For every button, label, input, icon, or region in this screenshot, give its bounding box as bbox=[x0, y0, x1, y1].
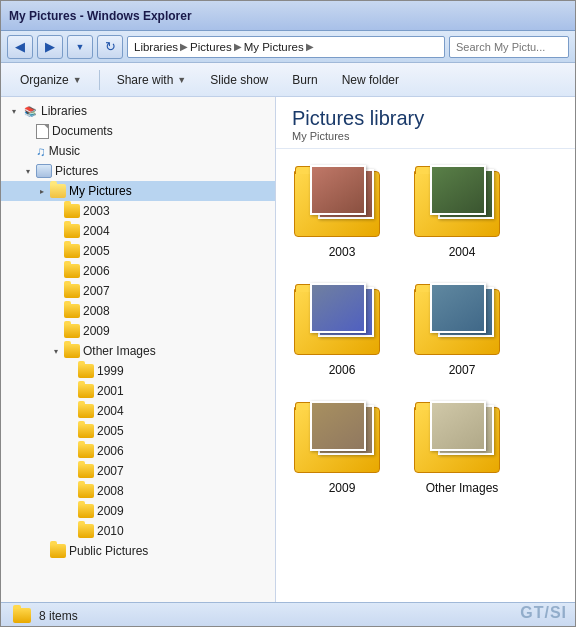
folder-thumbnail bbox=[294, 397, 390, 477]
folder-item-f2007[interactable]: 2007 bbox=[412, 279, 512, 377]
nav-item-label: 2006 bbox=[97, 444, 124, 458]
path-sep-3: ▶ bbox=[306, 41, 314, 52]
nav-item-pictures[interactable]: ▾Pictures bbox=[1, 161, 275, 181]
nav-item-label: 2006 bbox=[83, 264, 110, 278]
nav-pane[interactable]: ▾📚LibrariesDocuments♫Music▾Pictures▸My P… bbox=[1, 97, 276, 602]
nav-expand-icon: ▸ bbox=[37, 187, 47, 196]
share-with-button[interactable]: Share with ▼ bbox=[106, 67, 198, 93]
nav-item-label: Documents bbox=[52, 124, 113, 138]
path-libraries: Libraries bbox=[134, 41, 178, 53]
nav-item-libraries[interactable]: ▾📚Libraries bbox=[1, 101, 275, 121]
nav-item-label: 1999 bbox=[97, 364, 124, 378]
nav-expand-icon: ▾ bbox=[23, 167, 33, 176]
burn-button[interactable]: Burn bbox=[281, 67, 328, 93]
slide-show-button[interactable]: Slide show bbox=[199, 67, 279, 93]
library-title: Pictures library bbox=[292, 107, 559, 130]
folder-icon bbox=[64, 224, 80, 238]
nav-item-my-pictures[interactable]: ▸My Pictures bbox=[1, 181, 275, 201]
folder-label: 2009 bbox=[329, 481, 356, 495]
address-path[interactable]: Libraries ▶ Pictures ▶ My Pictures ▶ bbox=[127, 36, 445, 58]
folder-icon bbox=[78, 524, 94, 538]
folder-thumbnail bbox=[414, 397, 510, 477]
folder-label: 2003 bbox=[329, 245, 356, 259]
main-area: ▾📚LibrariesDocuments♫Music▾Pictures▸My P… bbox=[1, 97, 575, 602]
nav-item-music[interactable]: ♫Music bbox=[1, 141, 275, 161]
nav-item-2001[interactable]: 2001 bbox=[1, 381, 275, 401]
folder-open-icon bbox=[50, 184, 66, 198]
share-with-arrow: ▼ bbox=[177, 75, 186, 85]
status-bar: 8 items GT/SI bbox=[1, 602, 575, 627]
folder-photo-front bbox=[310, 165, 366, 215]
forward-button[interactable]: ▶ bbox=[37, 35, 63, 59]
folder-item-f2003[interactable]: 2003 bbox=[292, 161, 392, 259]
toolbar-sep-1 bbox=[99, 70, 100, 90]
nav-item-label: Pictures bbox=[55, 164, 98, 178]
nav-item-documents[interactable]: Documents bbox=[1, 121, 275, 141]
nav-item-label: 2005 bbox=[83, 244, 110, 258]
nav-expand-icon: ▾ bbox=[9, 107, 19, 116]
nav-item-label: 2008 bbox=[83, 304, 110, 318]
folder-item-f2009[interactable]: 2009 bbox=[292, 397, 392, 495]
library-icon: 📚 bbox=[22, 103, 38, 119]
pictures-lib-icon bbox=[36, 164, 52, 178]
nav-item-other-images[interactable]: ▾Other Images bbox=[1, 341, 275, 361]
new-folder-button[interactable]: New folder bbox=[331, 67, 410, 93]
nav-item-label: 2008 bbox=[97, 484, 124, 498]
nav-item-1999[interactable]: 1999 bbox=[1, 361, 275, 381]
nav-item-2007b[interactable]: 2007 bbox=[1, 461, 275, 481]
folder-item-fother[interactable]: Other Images bbox=[412, 397, 512, 495]
nav-item-2005[interactable]: 2005 bbox=[1, 241, 275, 261]
nav-item-2004[interactable]: 2004 bbox=[1, 221, 275, 241]
folder-icon bbox=[78, 444, 94, 458]
slide-show-label: Slide show bbox=[210, 73, 268, 87]
music-icon: ♫ bbox=[36, 144, 46, 159]
nav-item-label: Libraries bbox=[41, 104, 87, 118]
folder-icon bbox=[64, 284, 80, 298]
folder-icon bbox=[78, 384, 94, 398]
status-folder-icon bbox=[13, 608, 31, 623]
toolbar: Organize ▼ Share with ▼ Slide show Burn … bbox=[1, 63, 575, 97]
search-input[interactable] bbox=[449, 36, 569, 58]
path-sep-1: ▶ bbox=[180, 41, 188, 52]
nav-item-label: My Pictures bbox=[69, 184, 132, 198]
folder-icon bbox=[78, 404, 94, 418]
nav-item-2004b[interactable]: 2004 bbox=[1, 401, 275, 421]
nav-item-label: 2004 bbox=[97, 404, 124, 418]
organize-arrow: ▼ bbox=[73, 75, 82, 85]
organize-button[interactable]: Organize ▼ bbox=[9, 67, 93, 93]
nav-item-label: 2001 bbox=[97, 384, 124, 398]
folder-icon bbox=[64, 244, 80, 258]
folder-thumbnail bbox=[414, 279, 510, 359]
nav-item-2009b[interactable]: 2009 bbox=[1, 501, 275, 521]
nav-item-2010[interactable]: 2010 bbox=[1, 521, 275, 541]
nav-item-label: 2009 bbox=[97, 504, 124, 518]
folder-icon bbox=[64, 304, 80, 318]
folder-item-f2006[interactable]: 2006 bbox=[292, 279, 392, 377]
path-pictures: Pictures bbox=[190, 41, 232, 53]
nav-item-public-pictures[interactable]: Public Pictures bbox=[1, 541, 275, 561]
nav-item-label: Other Images bbox=[83, 344, 156, 358]
nav-item-2007[interactable]: 2007 bbox=[1, 281, 275, 301]
folder-thumbnail bbox=[294, 161, 390, 241]
back-button[interactable]: ◀ bbox=[7, 35, 33, 59]
nav-item-label: Public Pictures bbox=[69, 544, 148, 558]
recent-pages-button[interactable]: ▼ bbox=[67, 35, 93, 59]
nav-item-2006b[interactable]: 2006 bbox=[1, 441, 275, 461]
nav-item-2008b[interactable]: 2008 bbox=[1, 481, 275, 501]
path-mypictures: My Pictures bbox=[244, 41, 304, 53]
folder-label: 2006 bbox=[329, 363, 356, 377]
folder-icon bbox=[64, 264, 80, 278]
nav-item-2006[interactable]: 2006 bbox=[1, 261, 275, 281]
refresh-button[interactable]: ↻ bbox=[97, 35, 123, 59]
nav-item-2005b[interactable]: 2005 bbox=[1, 421, 275, 441]
folder-label: Other Images bbox=[426, 481, 499, 495]
nav-item-2003[interactable]: 2003 bbox=[1, 201, 275, 221]
nav-item-2009[interactable]: 2009 bbox=[1, 321, 275, 341]
folder-icon bbox=[64, 344, 80, 358]
nav-item-2008[interactable]: 2008 bbox=[1, 301, 275, 321]
title-bar: My Pictures - Windows Explorer bbox=[1, 1, 575, 31]
folder-icon bbox=[64, 204, 80, 218]
folder-item-f2004[interactable]: 2004 bbox=[412, 161, 512, 259]
burn-label: Burn bbox=[292, 73, 317, 87]
folder-icon bbox=[64, 324, 80, 338]
